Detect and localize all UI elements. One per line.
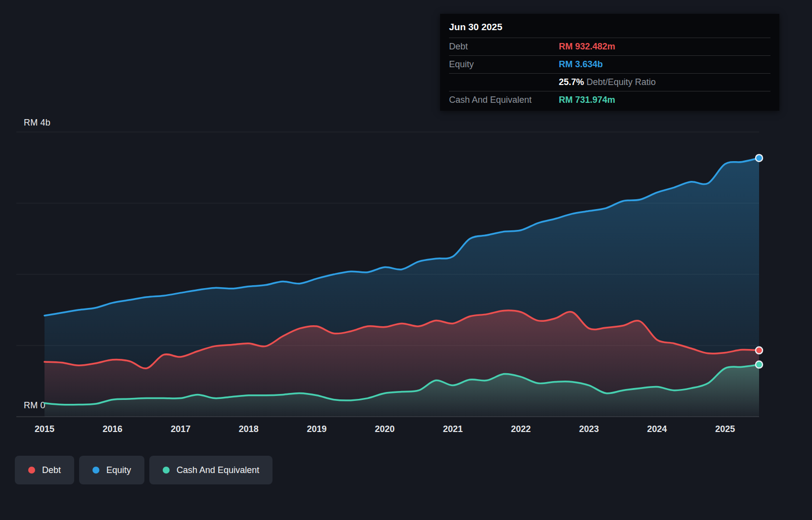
legend-label-debt: Debt — [42, 465, 61, 476]
x-axis-tick-2016: 2016 — [103, 424, 123, 434]
x-axis-tick-2019: 2019 — [307, 424, 326, 434]
tooltip-debt-label: Debt — [449, 42, 559, 52]
tooltip-row-debt: Debt RM 932.482m — [449, 38, 770, 56]
legend-item-equity[interactable]: Equity — [79, 456, 144, 484]
tooltip-ratio: 25.7% Debt/Equity Ratio — [559, 77, 656, 87]
page: { "colors": { "debt": "#eb4f4f", "equity… — [0, 0, 812, 520]
equity-series-dot-icon — [92, 467, 99, 474]
x-axis-tick-2021: 2021 — [443, 424, 463, 434]
x-axis-tick-2023: 2023 — [579, 424, 599, 434]
x-axis-tick-2024: 2024 — [647, 424, 667, 434]
tooltip-debt-value: RM 932.482m — [559, 42, 615, 52]
tooltip-row-ratio: 25.7% Debt/Equity Ratio — [449, 74, 770, 91]
debt-end-dot — [756, 347, 763, 354]
tooltip-equity-value: RM 3.634b — [559, 59, 603, 70]
debt-series-dot-icon — [28, 467, 35, 474]
x-axis-tick-2015: 2015 — [35, 424, 54, 434]
cash-and-equivalent-end-dot — [756, 361, 763, 368]
tooltip-ratio-label: Debt/Equity Ratio — [586, 77, 656, 87]
chart-tooltip: Jun 30 2025 Debt RM 932.482m Equity RM 3… — [440, 14, 779, 111]
y-axis-label-top: RM 4b — [24, 118, 50, 128]
tooltip-cash-label: Cash And Equivalent — [449, 95, 559, 105]
x-axis-tick-2017: 2017 — [171, 424, 190, 434]
x-axis-tick-2020: 2020 — [375, 424, 395, 434]
tooltip-equity-label: Equity — [449, 59, 559, 70]
x-axis-tick-2025: 2025 — [715, 424, 735, 434]
tooltip-date: Jun 30 2025 — [449, 17, 770, 38]
tooltip-cash-value: RM 731.974m — [559, 95, 615, 105]
tooltip-row-cash: Cash And Equivalent RM 731.974m — [449, 91, 770, 109]
tooltip-row-equity: Equity RM 3.634b — [449, 56, 770, 74]
chart-canvas[interactable] — [16, 132, 759, 417]
cash-series-dot-icon — [163, 467, 170, 474]
chart-legend: Debt Equity Cash And Equivalent — [15, 456, 272, 484]
x-axis-tick-2018: 2018 — [239, 424, 259, 434]
legend-item-cash[interactable]: Cash And Equivalent — [149, 456, 272, 484]
tooltip-ratio-value: 25.7% — [559, 77, 584, 87]
debt-equity-history-chart[interactable] — [16, 132, 759, 417]
x-axis-tick-2022: 2022 — [511, 424, 531, 434]
legend-label-equity: Equity — [106, 465, 131, 476]
x-axis: 2015201620172018201920202021202220232024… — [16, 424, 759, 437]
legend-label-cash: Cash And Equivalent — [177, 465, 259, 476]
legend-item-debt[interactable]: Debt — [15, 456, 74, 484]
equity-end-dot — [756, 155, 763, 162]
